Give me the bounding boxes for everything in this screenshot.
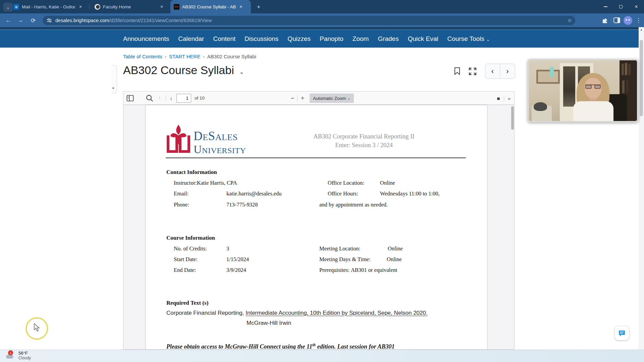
- breadcrumb-separator: ›: [162, 54, 169, 59]
- nav-quick-eval[interactable]: Quick Eval: [408, 35, 438, 43]
- breadcrumb: Table of Contents › START HERE › AB302 C…: [123, 54, 256, 59]
- glasses: [585, 84, 601, 88]
- tab-course-syllabi-active[interactable]: D2L AB302 Course Syllabi - AB-302 ✕: [170, 0, 251, 13]
- window-controls: ✕: [598, 0, 644, 13]
- next-content-button[interactable]: ›: [500, 64, 515, 79]
- url-host: desales.brightspace.com: [55, 18, 109, 23]
- notification-badge: 1: [8, 350, 13, 355]
- tab-faculty-home[interactable]: Faculty Home ✕: [91, 0, 169, 13]
- new-tab-button[interactable]: +: [254, 3, 263, 11]
- pdf-next-page-icon[interactable]: ↓: [167, 94, 175, 102]
- tab-title: AB302 Course Syllabi - AB-302: [182, 4, 236, 9]
- doc-course-header: AB302 Corporate Financial Reporting II E…: [263, 132, 465, 149]
- bookmark-star-icon[interactable]: ☆: [568, 17, 572, 23]
- breadcrumb-start-here[interactable]: START HERE: [169, 54, 200, 59]
- weather-temp: 56°F: [18, 351, 31, 356]
- pdf-zoom-select[interactable]: Automatic Zoom ⌄: [310, 94, 354, 103]
- desales-logo-text: DeSales University: [194, 129, 246, 156]
- minimize-button[interactable]: [598, 0, 613, 13]
- doc-divider: [166, 158, 466, 158]
- address-bar[interactable]: desales.brightspace.com/d2l/le/content/2…: [43, 16, 575, 25]
- nav-calendar[interactable]: Calendar: [178, 35, 204, 43]
- course-row: Start Date:1/15/2024Meeting Days & Time:…: [174, 256, 476, 263]
- tab-title: Mail - Harris, Katie - Outlook: [22, 4, 75, 9]
- close-tab-icon[interactable]: ✕: [238, 4, 244, 10]
- browser-menu-icon[interactable]: ⋮: [636, 17, 641, 24]
- site-info-icon[interactable]: [47, 18, 52, 23]
- nav-zoom[interactable]: Zoom: [353, 35, 369, 43]
- pdf-zoom-out-icon[interactable]: −: [288, 94, 297, 102]
- reload-icon[interactable]: ⟳: [29, 16, 38, 25]
- breadcrumb-current: AB302 Course Syllabi: [207, 54, 256, 59]
- chevron-down-icon: ⌄: [486, 37, 490, 42]
- extensions-icon[interactable]: [602, 17, 609, 24]
- nav-content[interactable]: Content: [213, 35, 235, 43]
- maximize-button[interactable]: [613, 0, 629, 13]
- breadcrumb-table-of-contents[interactable]: Table of Contents: [123, 54, 162, 59]
- breadcrumb-separator: ›: [200, 54, 207, 59]
- required-text-publisher: McGraw-Hill Irwin: [247, 320, 291, 326]
- required-text-line: Corporate Financial Reporting, Intermedi…: [166, 310, 468, 316]
- nav-course-tools[interactable]: Course Tools⌄: [447, 35, 490, 43]
- brightspace-icon: [95, 4, 100, 10]
- chat-widget-button[interactable]: [615, 326, 629, 340]
- back-icon[interactable]: ←: [4, 16, 13, 25]
- close-tab-icon[interactable]: ✕: [159, 4, 165, 10]
- pdf-viewer: ↑ ↓ of 10 − + Automatic Zoom ⌄ ■ »: [123, 91, 515, 350]
- contact-row: Instructor:Katie Harris, CPAOffice Locat…: [174, 180, 476, 186]
- course-row: No. of Credits:3Meeting Location:Online: [174, 245, 476, 252]
- fullscreen-icon[interactable]: [468, 67, 477, 76]
- nav-discussions[interactable]: Discussions: [245, 35, 278, 43]
- pdf-scrollbar-thumb[interactable]: [511, 106, 514, 130]
- required-text-heading: Required Text (s): [166, 300, 208, 306]
- scrollbar-thumb[interactable]: [640, 40, 643, 116]
- profile-avatar[interactable]: [624, 16, 632, 25]
- doc-footnote: Please obtain access to McGraw-Hill Conn…: [166, 343, 472, 350]
- title-actions-chevron-icon[interactable]: ⌄: [239, 69, 244, 75]
- pdf-page-count: of 10: [195, 96, 205, 101]
- nav-grades[interactable]: Grades: [378, 35, 398, 43]
- close-tab-icon[interactable]: ✕: [77, 4, 84, 10]
- tab-separator: [89, 4, 90, 9]
- toolbar-right-icons: ⋮: [602, 13, 644, 27]
- pdf-previous-page-icon[interactable]: ↑: [156, 94, 164, 102]
- nav-quizzes[interactable]: Quizzes: [287, 35, 311, 43]
- pdf-presentation-icon[interactable]: ■: [494, 94, 502, 102]
- weather-widget[interactable]: 1 56°F Cloudy: [5, 351, 31, 360]
- chevron-down-icon: ⌄: [347, 96, 351, 101]
- forward-icon[interactable]: →: [16, 16, 25, 25]
- course-navbar: Announcements Calendar Content Discussio…: [0, 30, 644, 48]
- window-close-button[interactable]: ✕: [629, 0, 644, 13]
- pdf-more-tools-icon[interactable]: »: [505, 94, 513, 102]
- page-title: AB302 Course Syllabi: [123, 64, 234, 77]
- pdf-toolbar: ↑ ↓ of 10 − + Automatic Zoom ⌄ ■ »: [123, 92, 514, 105]
- url-path: /d2l/le/content/21341/viewContent/635619…: [109, 18, 212, 23]
- chevron-right-icon: ▸: [113, 86, 114, 89]
- webcam-overlay: [528, 59, 638, 122]
- pdf-search-icon[interactable]: [146, 94, 154, 102]
- nav-panopto[interactable]: Panopto: [320, 35, 343, 43]
- tab-outlook[interactable]: o Mail - Harris, Katie - Outlook ✕: [10, 0, 91, 13]
- pdf-sidebar-toggle-icon[interactable]: [126, 94, 134, 102]
- pdf-zoom-in-icon[interactable]: +: [299, 94, 307, 102]
- contact-heading: Contact Information: [166, 169, 217, 176]
- desales-logo-icon: [165, 123, 192, 154]
- bulletin-board: [536, 70, 560, 84]
- bookmark-icon[interactable]: [453, 67, 461, 75]
- webcam-video: [529, 60, 637, 121]
- pager-buttons: ‹ ›: [485, 64, 515, 79]
- d2l-icon: D2L: [174, 4, 179, 10]
- scroll-up-icon[interactable]: ▲: [639, 28, 644, 31]
- side-panel-icon[interactable]: [613, 17, 620, 23]
- sidebar-collapse-handle[interactable]: ▸: [112, 65, 117, 93]
- previous-content-button[interactable]: ‹: [485, 64, 500, 79]
- pdf-page: DeSales University AB302 Corporate Finan…: [146, 105, 487, 350]
- screen: ⌄ o Mail - Harris, Katie - Outlook ✕ Fac…: [0, 0, 644, 362]
- nav-announcements[interactable]: Announcements: [123, 35, 169, 43]
- taskbar: 1 56°F Cloudy Search W DELL: [0, 350, 644, 362]
- browser-scrollbar[interactable]: ▲: [639, 27, 644, 350]
- course-heading: Course Information: [166, 235, 215, 241]
- pdf-page-number-input[interactable]: [176, 94, 191, 103]
- tab-title: Faculty Home: [103, 4, 157, 9]
- tab-strip: ⌄ o Mail - Harris, Katie - Outlook ✕ Fac…: [0, 0, 644, 13]
